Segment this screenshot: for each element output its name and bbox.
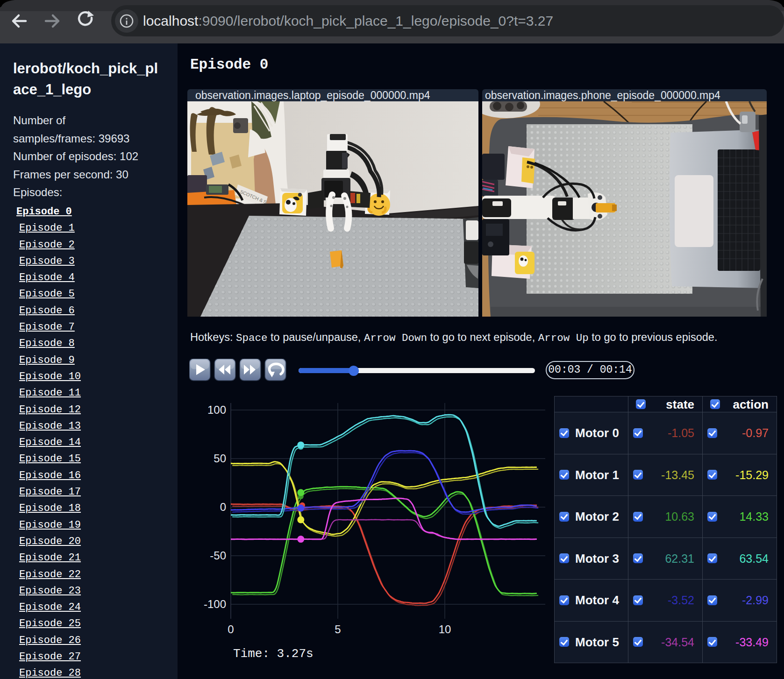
svg-text:0: 0	[220, 501, 226, 513]
svg-text:-100: -100	[204, 598, 226, 610]
svg-text:localhost:9090/lerobot/koch_pi: localhost:9090/lerobot/koch_pick_place_1…	[143, 13, 553, 28]
svg-text:0: 0	[228, 623, 234, 636]
svg-text:10: 10	[439, 623, 451, 636]
svg-text:-50: -50	[210, 549, 226, 562]
svg-text:Time: 3.27s: Time: 3.27s	[233, 647, 314, 661]
svg-text:50: 50	[214, 452, 226, 465]
svg-text:5: 5	[335, 623, 341, 636]
svg-text:100: 100	[207, 403, 226, 416]
